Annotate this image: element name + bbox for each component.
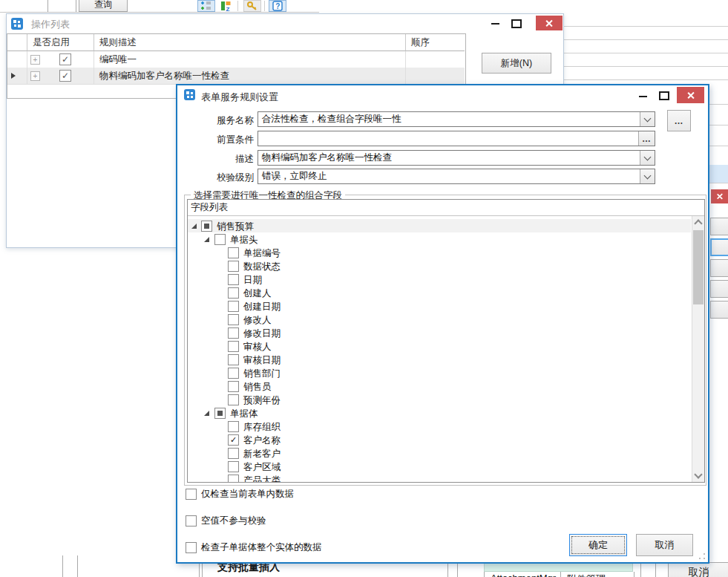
help-icon[interactable]: ?	[269, 0, 286, 12]
ok-button[interactable]: 确定	[569, 534, 627, 556]
background-side-button[interactable]	[710, 301, 728, 319]
tree-checkbox[interactable]	[228, 341, 239, 352]
tree-checkbox[interactable]	[228, 301, 239, 312]
option-row[interactable]: 检查子单据体整个实体的数据	[186, 541, 322, 554]
enabled-checkbox[interactable]: ✓	[59, 53, 71, 65]
tree-item[interactable]: 创建日期	[188, 299, 691, 313]
tree-item[interactable]: 数据状态	[188, 259, 691, 273]
tree-item[interactable]: 修改日期	[188, 326, 691, 339]
tree-checkbox[interactable]	[228, 327, 239, 339]
tree-item-label: 单据编号	[243, 247, 281, 260]
tree-checkbox[interactable]	[228, 314, 239, 325]
tree-checkbox[interactable]	[228, 287, 239, 299]
background-close-button[interactable]	[711, 189, 728, 203]
tree-checkbox[interactable]	[228, 354, 239, 365]
option-row[interactable]: 仅检查当前表单内数据	[186, 487, 322, 501]
background-side-button[interactable]	[710, 259, 728, 277]
tree-expander-icon[interactable]	[204, 237, 209, 242]
tree-checkbox[interactable]	[214, 408, 226, 419]
tree-scrollbar[interactable]	[692, 216, 704, 482]
background-side-button[interactable]	[710, 238, 728, 256]
precondition-input[interactable]: …	[258, 131, 655, 146]
background-grid-top	[563, 13, 728, 84]
expand-plus-icon[interactable]: +	[30, 55, 40, 65]
tree-checkbox[interactable]	[228, 381, 239, 392]
maximize-button[interactable]	[511, 19, 522, 28]
service-name-ellipsis-button[interactable]: …	[667, 110, 691, 131]
query-button[interactable]: 查询	[79, 0, 128, 12]
enabled-checkbox[interactable]: ✓	[59, 70, 71, 82]
tree-checkbox[interactable]	[228, 461, 239, 472]
tree-item[interactable]: 修改人	[188, 313, 691, 326]
close-button[interactable]	[536, 16, 563, 30]
background-side-button[interactable]	[710, 218, 728, 235]
tree-item[interactable]: 销售预算	[188, 219, 691, 232]
tree-item[interactable]: 单据体	[188, 406, 691, 420]
tree-item[interactable]: 单据编号	[188, 246, 691, 259]
description-combo[interactable]: 物料编码加客户名称唯一性检查	[258, 150, 655, 166]
tree-item-label: 客户名称	[243, 434, 281, 447]
tree-item[interactable]: 销售部门	[188, 366, 691, 379]
tree-item[interactable]: 销售员	[188, 379, 691, 393]
scroll-up-button[interactable]	[692, 216, 704, 229]
option-label: 检查子单据体整个实体的数据	[201, 541, 322, 554]
tree-checkbox[interactable]	[228, 421, 239, 432]
tree-checkbox[interactable]	[228, 448, 239, 459]
tree-item-label: 销售员	[243, 381, 272, 394]
dropdown-button[interactable]	[640, 169, 655, 183]
tree-checkbox[interactable]	[228, 261, 239, 272]
expand-plus-icon[interactable]: +	[30, 71, 40, 81]
dropdown-button[interactable]	[640, 151, 655, 165]
scrollbar-thumb[interactable]	[693, 230, 704, 304]
dropdown-button[interactable]	[640, 112, 655, 126]
tree-item[interactable]: ✓ 客户名称	[188, 433, 691, 446]
tree-item[interactable]: 创建人	[188, 286, 691, 299]
minimize-button[interactable]	[639, 96, 647, 97]
background-cancel-button[interactable]: 取消	[668, 562, 728, 577]
key-icon[interactable]	[243, 0, 261, 12]
option-checkbox[interactable]	[186, 542, 197, 553]
tree-expander-icon[interactable]	[191, 224, 197, 229]
tree-item[interactable]: 单据头	[188, 232, 691, 246]
precondition-ellipsis-button[interactable]: …	[638, 131, 655, 146]
tree-checkbox[interactable]	[214, 234, 226, 245]
tree-item[interactable]: 新老客户	[188, 446, 691, 460]
tree-checkbox[interactable]: ✓	[228, 434, 239, 446]
option-label: 空值不参与校验	[201, 515, 266, 527]
tree-item[interactable]: 客户区域	[188, 460, 691, 473]
resize-grip-icon[interactable]	[698, 552, 706, 560]
add-rows-icon[interactable]	[197, 0, 215, 12]
operation-table-row[interactable]: + ✓ 物料编码加客户名称唯一性检查	[7, 68, 465, 85]
option-row[interactable]: 空值不参与校验	[186, 514, 322, 527]
close-button[interactable]	[677, 87, 704, 103]
tree-checkbox[interactable]	[228, 368, 239, 379]
tree-item[interactable]: 库存组织	[188, 420, 691, 433]
tree-item-label: 预测年份	[243, 394, 281, 407]
tree-checkbox[interactable]	[228, 247, 239, 258]
option-checkbox[interactable]	[186, 489, 197, 500]
tree-item-label: 销售预算	[217, 221, 254, 233]
background-side-button[interactable]	[710, 280, 728, 298]
option-checkbox[interactable]	[186, 515, 197, 527]
validation-level-combo[interactable]: 错误，立即终止	[258, 169, 655, 184]
tree-item[interactable]: 预测年份	[188, 393, 691, 406]
tree-checkbox[interactable]	[228, 274, 239, 285]
tree-item[interactable]: 审核日期	[188, 353, 691, 366]
scroll-down-button[interactable]	[692, 469, 704, 482]
tree-expander-icon[interactable]	[204, 411, 209, 416]
operation-table-row[interactable]: + ✓ 编码唯一	[7, 51, 465, 68]
service-name-combo[interactable]: 合法性检查，检查组合字段唯一性	[258, 111, 655, 127]
column-header-selector	[7, 34, 27, 51]
new-button[interactable]: 新增(N)	[482, 53, 551, 74]
tree-checkbox[interactable]	[228, 394, 239, 405]
tree-item[interactable]: 产品大类	[188, 473, 691, 482]
maximize-button[interactable]	[659, 91, 669, 100]
tree-checkbox[interactable]	[201, 221, 212, 232]
minimize-button[interactable]	[491, 23, 499, 25]
tree-item[interactable]: 日期	[188, 273, 691, 286]
dialog-options: 仅检查当前表单内数据 空值不参与校验 检查子单据体整个实体的数据	[186, 487, 322, 527]
sort-az-icon[interactable]: Z	[217, 0, 235, 12]
cancel-button[interactable]: 取消	[636, 534, 693, 556]
tree-checkbox[interactable]	[228, 475, 239, 482]
tree-item[interactable]: 审核人	[188, 339, 691, 353]
